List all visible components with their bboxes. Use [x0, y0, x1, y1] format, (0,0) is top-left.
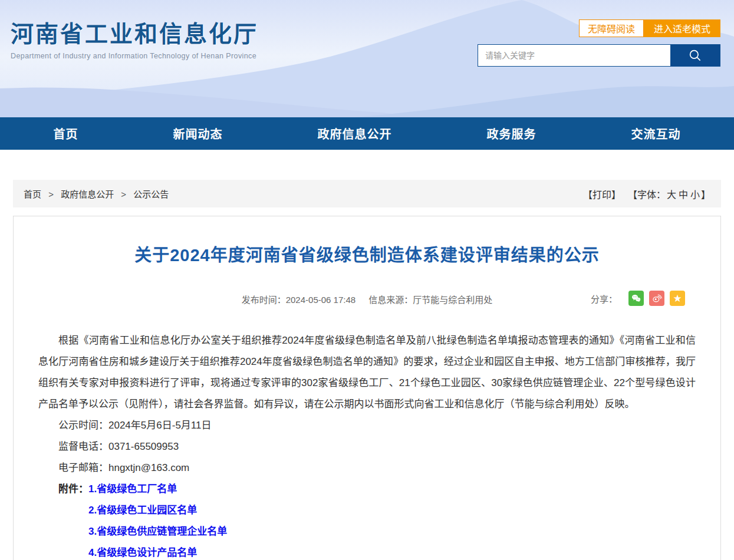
nav-item-home[interactable]: 首页 — [54, 125, 78, 142]
publish-time-label: 发布时间： — [242, 295, 286, 305]
site-subtitle: Department of Industry and Information T… — [11, 52, 258, 60]
site-header: 河南省工业和信息化厅 Department of Industry and In… — [0, 0, 734, 117]
font-medium-button[interactable]: 中 — [679, 187, 688, 201]
font-small-button[interactable]: 小 — [690, 187, 700, 201]
nav-item-gov-info[interactable]: 政府信息公开 — [318, 125, 392, 142]
email-line: 电子邮箱：hngxtjn@163.com — [38, 457, 696, 479]
elderly-mode-button[interactable]: 进入适老模式 — [644, 19, 720, 37]
source-value: 厅节能与综合利用处 — [413, 295, 492, 305]
source-label: 信息来源： — [368, 295, 413, 305]
font-large-button[interactable]: 大 — [667, 187, 676, 201]
font-size-label: 【字体： — [628, 187, 666, 201]
search-icon — [687, 48, 703, 63]
weibo-eye-icon — [651, 293, 662, 304]
attachment-item: 2.省级绿色工业园区名单 — [38, 500, 696, 521]
publish-time: 2024-05-06 17:48 — [286, 295, 356, 305]
breadcrumb-separator: > — [48, 189, 54, 199]
star-icon: ★ — [673, 292, 682, 305]
accessibility-reading-button[interactable]: 无障碍阅读 — [579, 19, 644, 37]
qzone-share-icon[interactable]: ★ — [670, 291, 685, 306]
wechat-bubbles-icon — [631, 293, 641, 304]
attachments-label: 附件： — [58, 483, 88, 495]
site-title: 河南省工业和信息化厅 — [11, 15, 258, 48]
search-button[interactable] — [670, 45, 720, 66]
attachment-link-1[interactable]: 1.省级绿色工厂名单 — [88, 483, 177, 495]
nav-item-interaction[interactable]: 交流互动 — [631, 125, 681, 142]
attachments-row: 附件：1.省级绿色工厂名单 — [38, 479, 696, 500]
search-input[interactable] — [478, 45, 670, 66]
supervision-phone-line: 监督电话：0371-65509953 — [38, 436, 696, 457]
site-logo: 河南省工业和信息化厅 Department of Industry and In… — [11, 15, 258, 60]
attachment-item: 4.省级绿色设计产品名单 — [38, 542, 696, 560]
print-button[interactable]: 【打印】 — [583, 187, 621, 201]
top-actions: 无障碍阅读 进入适老模式 — [579, 19, 720, 37]
breadcrumb-separator: > — [121, 189, 126, 199]
breadcrumb-bar: 首页 > 政府信息公开 > 公示公告 【打印】 【字体： 大 中 小 】 — [13, 180, 721, 207]
breadcrumb: 首页 > 政府信息公开 > 公示公告 — [24, 187, 169, 200]
article-paragraph: 根据《河南省工业和信息化厅办公室关于组织推荐2024年度省级绿色制造名单及前八批… — [38, 330, 696, 415]
attachment-link-2[interactable]: 2.省级绿色工业园区名单 — [88, 505, 197, 516]
article-meta: 发布时间：2024-05-06 17:48 信息来源：厅节能与综合利用处 分享： — [38, 293, 696, 305]
notice-period-line: 公示时间：2024年5月6日-5月11日 — [38, 415, 696, 436]
nav-item-news[interactable]: 新闻动态 — [173, 125, 223, 142]
attachment-link-4[interactable]: 4.省级绿色设计产品名单 — [88, 547, 197, 558]
attachment-item: 3.省级绿色供应链管理企业名单 — [38, 521, 696, 542]
nav-item-services[interactable]: 政务服务 — [487, 125, 536, 142]
article-body: 根据《河南省工业和信息化厅办公室关于组织推荐2024年度省级绿色制造名单及前八批… — [38, 330, 696, 560]
breadcrumb-home[interactable]: 首页 — [24, 189, 41, 199]
wechat-share-icon[interactable] — [628, 291, 644, 306]
main-nav: 首页 新闻动态 政府信息公开 政务服务 交流互动 — [0, 117, 734, 150]
breadcrumb-notices[interactable]: 公示公告 — [133, 189, 169, 199]
breadcrumb-gov-info[interactable]: 政府信息公开 — [61, 189, 114, 199]
share-label: 分享： — [591, 292, 617, 305]
font-size-label-close: 】 — [701, 187, 710, 201]
weibo-share-icon[interactable] — [649, 291, 664, 306]
article-container: 关于2024年度河南省省级绿色制造体系建设评审结果的公示 发布时间：2024-0… — [13, 216, 721, 560]
article-title: 关于2024年度河南省省级绿色制造体系建设评审结果的公示 — [38, 241, 696, 266]
search-bar — [478, 44, 720, 67]
share-bar: 分享： — [591, 291, 685, 306]
attachment-link-3[interactable]: 3.省级绿色供应链管理企业名单 — [88, 526, 227, 537]
page-tools: 【打印】 【字体： 大 中 小 】 — [582, 187, 710, 201]
